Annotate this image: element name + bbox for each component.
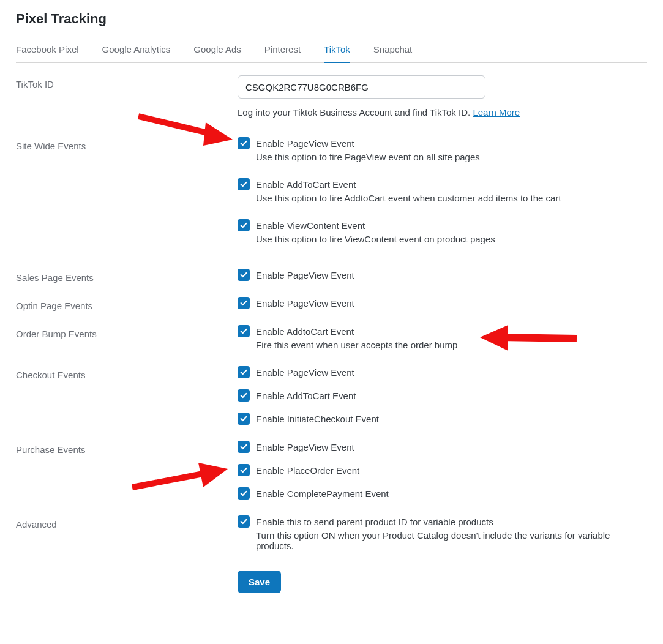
- purchase-events-label: Purchase Events: [16, 441, 238, 455]
- tiktok-id-input[interactable]: [238, 75, 485, 99]
- checkbox-advanced-parentid-desc: Turn this option ON when your Product Ca…: [256, 530, 647, 551]
- tab-pinterest[interactable]: Pinterest: [264, 38, 301, 63]
- checkbox-advanced-parentid[interactable]: [238, 515, 250, 528]
- checkbox-advanced-parentid-label: Enable this to send parent product ID fo…: [256, 517, 493, 527]
- checkbox-sales-pageview-label: Enable PageView Event: [256, 270, 354, 280]
- checkbox-pageview[interactable]: [238, 137, 250, 149]
- checkbox-sales-pageview[interactable]: [238, 269, 250, 281]
- checkbox-purchase-pageview[interactable]: [238, 441, 250, 453]
- checkbox-addtocart-label: Enable AddToCart Event: [256, 179, 356, 190]
- checkbox-orderbump-addtocart-desc: Fire this event when user accepts the or…: [256, 340, 647, 350]
- learn-more-link[interactable]: Learn More: [473, 107, 520, 118]
- checkbox-addtocart[interactable]: [238, 178, 250, 190]
- tab-facebook-pixel[interactable]: Facebook Pixel: [16, 38, 79, 63]
- checkbox-purchase-completepayment-label: Enable CompletePayment Event: [256, 489, 389, 499]
- checkbox-pageview-label: Enable PageView Event: [256, 138, 354, 149]
- checkbox-purchase-pageview-label: Enable PageView Event: [256, 442, 354, 452]
- site-wide-events-label: Site Wide Events: [16, 137, 238, 151]
- checkbox-checkout-pageview[interactable]: [238, 366, 250, 378]
- tab-tiktok[interactable]: TikTok: [324, 38, 350, 63]
- tiktok-id-help-text: Log into your Tiktok Business Account an…: [238, 107, 473, 118]
- checkbox-viewcontent-desc: Use this option to fire ViewContent even…: [256, 234, 647, 244]
- annotation-arrow-icon: [127, 462, 233, 496]
- checkbox-addtocart-desc: Use this option to fire AddtoCart event …: [256, 193, 647, 203]
- order-bump-events-label: Order Bump Events: [16, 325, 238, 339]
- tab-snapchat[interactable]: Snapchat: [373, 38, 412, 63]
- checkout-events-label: Checkout Events: [16, 366, 238, 380]
- checkbox-checkout-addtocart-label: Enable AddToCart Event: [256, 391, 356, 401]
- optin-page-events-label: Optin Page Events: [16, 297, 238, 311]
- checkbox-checkout-initiate[interactable]: [238, 413, 250, 425]
- checkbox-purchase-completepayment[interactable]: [238, 487, 250, 500]
- checkbox-checkout-addtocart[interactable]: [238, 389, 250, 402]
- sales-page-events-label: Sales Page Events: [16, 269, 238, 283]
- tiktok-id-help: Log into your Tiktok Business Account an…: [238, 107, 647, 118]
- page-title: Pixel Tracking: [16, 11, 647, 27]
- checkbox-viewcontent[interactable]: [238, 219, 250, 231]
- checkbox-checkout-pageview-label: Enable PageView Event: [256, 367, 354, 378]
- checkbox-optin-pageview[interactable]: [238, 297, 250, 309]
- checkbox-orderbump-addtocart-label: Enable AddtoCart Event: [256, 326, 354, 337]
- tiktok-id-label: TikTok ID: [16, 75, 238, 89]
- tab-google-analytics[interactable]: Google Analytics: [102, 38, 171, 63]
- checkbox-orderbump-addtocart[interactable]: [238, 325, 250, 337]
- save-button[interactable]: Save: [238, 571, 281, 593]
- checkbox-purchase-placeorder[interactable]: [238, 464, 250, 476]
- tab-google-ads[interactable]: Google Ads: [193, 38, 241, 63]
- checkbox-viewcontent-label: Enable ViewContent Event: [256, 220, 365, 231]
- advanced-label: Advanced: [16, 515, 238, 530]
- checkbox-pageview-desc: Use this option to fire PageView event o…: [256, 152, 647, 162]
- checkbox-purchase-placeorder-label: Enable PlaceOrder Event: [256, 465, 359, 476]
- tabs: Facebook Pixel Google Analytics Google A…: [16, 38, 647, 63]
- checkbox-checkout-initiate-label: Enable InitiateCheckout Event: [256, 414, 379, 424]
- checkbox-optin-pageview-label: Enable PageView Event: [256, 298, 354, 309]
